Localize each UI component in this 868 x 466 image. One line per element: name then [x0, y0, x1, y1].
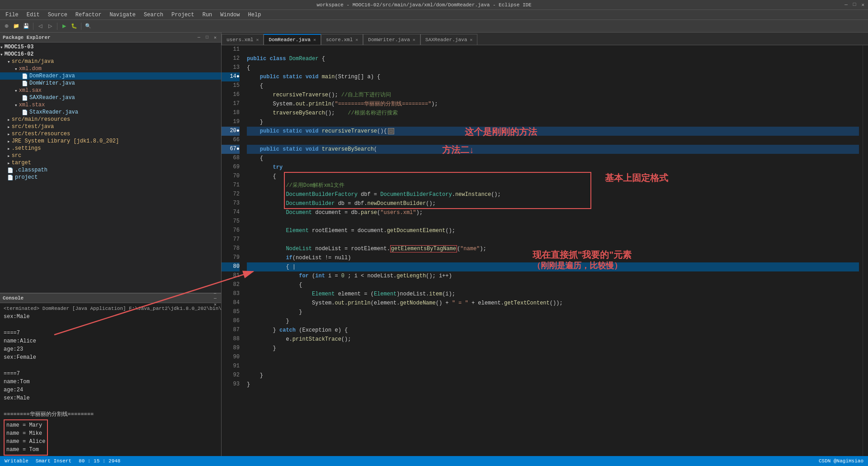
menu-project[interactable]: Project	[168, 11, 198, 19]
pe-close[interactable]: ✕	[212, 34, 218, 41]
ln-71: 71	[222, 181, 240, 190]
left-panel: Package Explorer — □ ✕ ▾MOOC15-03▾MOOC16…	[0, 33, 222, 456]
menu-run[interactable]: Run	[199, 11, 216, 19]
tree-item-domwriter-java[interactable]: 📄DomWriter.java	[0, 80, 221, 87]
tree-item-staxreader-java[interactable]: 📄StaxReader.java	[0, 109, 221, 116]
code-11	[247, 45, 859, 54]
console-line-empty3	[4, 402, 217, 410]
menu-edit[interactable]: Edit	[23, 11, 43, 19]
tree-icon: 📄	[22, 73, 28, 79]
console-minimize[interactable]: —	[212, 295, 218, 301]
code-20: public static void recursiveTraverse(){□	[247, 127, 859, 136]
status-writable: Writable	[5, 458, 28, 464]
tree-item-saxreader-java[interactable]: 📄SAXReader.java	[0, 94, 221, 101]
menu-file[interactable]: File	[2, 11, 22, 19]
code-83: Element element = (Element)nodeList.item…	[247, 290, 859, 299]
tab-domwriter-java[interactable]: DomWriter.java ✕	[363, 34, 420, 45]
tab-saxreader-java[interactable]: SAXReader.java ✕	[420, 34, 477, 45]
toolbar-run[interactable]: ▶	[60, 22, 69, 31]
package-tree[interactable]: ▾MOOC15-03▾MOOC16-02▾src/main/java▾xml.d…	[0, 43, 221, 293]
menu-navigate[interactable]: Navigate	[106, 11, 139, 19]
ln-92: 92	[222, 371, 240, 380]
minimize-button[interactable]: —	[844, 2, 848, 8]
tab-close-saxreader[interactable]: ✕	[470, 37, 472, 43]
toolbar-new[interactable]: ⊕	[2, 22, 11, 31]
tree-item--settings[interactable]: ▸.settings	[0, 145, 221, 152]
tree-item-jre-system-library--jdk1-8-0-202-[interactable]: ▸JRE System Library [jdk1.8.0_202]	[0, 138, 221, 145]
toolbar-back[interactable]: ◁	[36, 22, 45, 31]
console-content: <terminated> DomReader [Java Application…	[0, 303, 221, 456]
code-81: for (int i = 0 ; i < nodeList.getLength(…	[247, 271, 859, 281]
tree-item-mooc15-03[interactable]: ▾MOOC15-03	[0, 43, 221, 51]
tree-item-xml-stax[interactable]: ▾xml.stax	[0, 101, 221, 109]
toolbar-search[interactable]: 🔍	[84, 22, 93, 31]
console-title: Console	[3, 295, 24, 301]
ln-77: 77	[222, 235, 240, 244]
package-explorer: Package Explorer — □ ✕ ▾MOOC15-03▾MOOC16…	[0, 33, 221, 293]
pe-maximize[interactable]: □	[204, 34, 210, 41]
ln-69: 69	[222, 163, 240, 172]
ln-78: 78	[222, 244, 240, 253]
tab-close-domreader[interactable]: ✕	[313, 37, 316, 43]
menu-help[interactable]: Help	[245, 11, 265, 19]
tab-bar: users.xml ✕ DomReader.java ✕ score.xml ✕…	[222, 33, 868, 45]
editor-scrollbar[interactable]	[863, 45, 868, 456]
console-highlighted-box: name = Mary name = Mike name = Alice nam…	[4, 419, 48, 456]
console-line-7a: ====7	[4, 329, 217, 337]
tab-domreader-java[interactable]: DomReader.java ✕	[264, 34, 321, 45]
code-88: e.printStackTrace();	[247, 335, 859, 344]
tree-item-mooc16-02[interactable]: ▾MOOC16-02	[0, 51, 221, 58]
tree-item-project[interactable]: 📄project	[0, 174, 221, 181]
menu-window[interactable]: Window	[217, 11, 243, 19]
tree-item-src-main-resources[interactable]: ▸src/main/resources	[0, 116, 221, 123]
ln-73: 73	[222, 199, 240, 208]
pe-minimize[interactable]: —	[196, 34, 202, 41]
code-75	[247, 217, 859, 226]
ln-20: 20●	[222, 127, 240, 136]
console-tom: name = Tom	[6, 446, 45, 454]
tree-item--classpath[interactable]: 📄.classpath	[0, 166, 221, 174]
maximize-button[interactable]: □	[853, 2, 856, 8]
ln-87: 87	[222, 326, 240, 335]
toolbar: ⊕ 📁 💾 ◁ ▷ ▶ 🐛 🔍	[0, 20, 868, 33]
toolbar-save[interactable]: 💾	[22, 22, 31, 31]
code-71: //采用Dom解析xml文件	[247, 181, 859, 190]
tab-close-users[interactable]: ✕	[256, 37, 259, 43]
console-panel: Console 🗑 — ✕ <terminated> DomReader [Ja…	[0, 293, 221, 456]
code-area[interactable]: public class DomReader { { public static…	[243, 45, 863, 456]
tree-item-xml-dom[interactable]: ▾xml.dom	[0, 65, 221, 72]
toolbar-open[interactable]: 📁	[12, 22, 21, 31]
tree-item-src-test-resources[interactable]: ▸src/test/resources	[0, 130, 221, 138]
close-button[interactable]: ✕	[861, 2, 864, 8]
menu-source[interactable]: Source	[44, 11, 71, 19]
tab-close-score[interactable]: ✕	[355, 37, 358, 43]
code-74: Document document = db.parse("users.xml"…	[247, 208, 859, 217]
tab-score-xml[interactable]: score.xml ✕	[321, 34, 363, 45]
ln-18: 18	[222, 109, 240, 118]
code-92: }	[247, 371, 859, 380]
ln-15: 15	[222, 81, 240, 90]
tree-label: SAXReader.java	[29, 95, 75, 101]
ln-14: 14●	[222, 72, 240, 81]
tree-label: MOOC15-03	[5, 44, 34, 50]
tree-item-src[interactable]: ▸src	[0, 152, 221, 159]
menu-refactor[interactable]: Refactor	[72, 11, 105, 19]
tree-label: JRE System Library [jdk1.8.0_202]	[12, 138, 119, 144]
tree-item-domreader-java[interactable]: 📄DomReader.java	[0, 72, 221, 80]
pe-title: Package Explorer	[3, 35, 51, 40]
tree-label: src/test/java	[12, 124, 54, 130]
tab-users-xml[interactable]: users.xml ✕	[222, 34, 264, 45]
menu-search[interactable]: Search	[140, 11, 167, 19]
toolbar-debug[interactable]: 🐛	[70, 22, 79, 31]
tree-item-src-test-java[interactable]: ▸src/test/java	[0, 123, 221, 130]
ln-17: 17	[222, 100, 240, 109]
tree-item-xml-sax[interactable]: ▾xml.sax	[0, 87, 221, 94]
toolbar-forward[interactable]: ▷	[46, 22, 55, 31]
console-mike: name = Mike	[6, 429, 45, 437]
code-86: }	[247, 317, 859, 326]
tree-item-src-main-java[interactable]: ▾src/main/java	[0, 58, 221, 65]
ln-13: 13	[222, 63, 240, 72]
ln-88: 88	[222, 335, 240, 344]
tab-close-domwriter[interactable]: ✕	[413, 37, 415, 43]
tree-item-target[interactable]: ▸target	[0, 159, 221, 166]
